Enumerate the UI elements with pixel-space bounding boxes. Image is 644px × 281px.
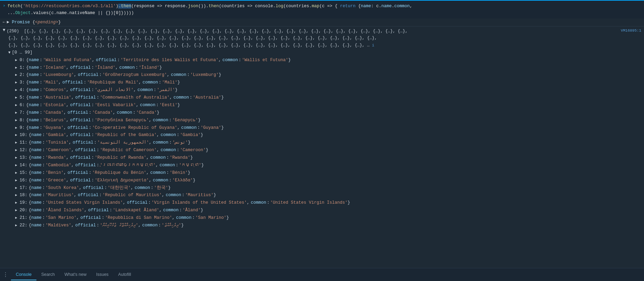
row-expand-arrow[interactable]: ►: [15, 200, 19, 206]
row-index: 11:: [20, 139, 27, 147]
command-text: fetch('https://restcountries.com/v3.1/al…: [8, 3, 412, 16]
row-index: 13:: [20, 154, 27, 162]
row-index: 1:: [20, 64, 25, 72]
row-expand-arrow[interactable]: ►: [15, 178, 19, 184]
row-index: 6:: [20, 102, 25, 109]
data-rows: ► 0: { name: 'Wallis and Futuna', offici…: [3, 57, 641, 229]
range-header: [0 … 99]: [3, 49, 641, 57]
table-row: ► 4: { name: 'Comoros', official: 'الاتح…: [14, 87, 641, 94]
row-expand-arrow[interactable]: ►: [15, 117, 19, 124]
output-area[interactable]: VM16895:1 (250) [{…}, {…}, {…}, {…}, {…}…: [0, 26, 644, 268]
row-index: 20:: [20, 207, 27, 214]
promise-expand[interactable]: ←: [3, 20, 5, 25]
info-icon[interactable]: i: [372, 43, 375, 47]
row-index: 16:: [20, 177, 27, 184]
row-expand-arrow[interactable]: ►: [15, 155, 19, 161]
row-index: 10:: [20, 132, 27, 139]
table-row: ► 7: { name: 'Canada', official: 'Canada…: [14, 109, 641, 117]
array-objects-2: {…}, {…}, {…}, {…}, {…}, {…}, {…}, {…}, …: [3, 35, 641, 42]
row-expand-arrow[interactable]: ►: [15, 110, 19, 116]
row-index: 5:: [20, 94, 25, 102]
tab-console[interactable]: Console: [11, 269, 36, 280]
promise-brace-close: }: [58, 20, 61, 25]
array-objects-1: [{…}, {…}, {…}, {…}, {…}, {…}, {…}, {…},…: [24, 29, 408, 34]
table-row: ► 12: { name: 'Cameroon', official: 'Rep…: [14, 147, 641, 154]
row-expand-arrow[interactable]: ►: [15, 125, 19, 131]
table-row: ► 11: { name: 'Tunisia', official: 'الجم…: [14, 139, 641, 147]
three-dots-icon[interactable]: ⋮: [3, 271, 8, 278]
table-row: ► 2: { name: 'Luxembourg', official: 'Gr…: [14, 71, 641, 79]
output-block: VM16895:1 (250) [{…}, {…}, {…}, {…}, {…}…: [0, 27, 644, 230]
row-expand-arrow[interactable]: ►: [15, 102, 19, 109]
table-row: ► 0: { name: 'Wallis and Futuna', offici…: [14, 57, 641, 64]
row-expand-arrow[interactable]: ►: [15, 132, 19, 138]
row-expand-arrow[interactable]: ►: [15, 215, 19, 221]
row-index: 2:: [20, 71, 25, 79]
bottom-tabs: ⋮ Console Search What's new Issues Autof…: [0, 268, 644, 281]
promise-brace-open: {: [33, 20, 35, 25]
table-row: ► 6: { name: 'Estonia', official: 'Eesti…: [14, 102, 641, 109]
row-expand-arrow[interactable]: ►: [15, 140, 19, 146]
command-prompt: ›: [3, 3, 5, 8]
cmd-url: 'https://restcountries.com/v3.1/all': [23, 4, 116, 9]
table-row: ► 18: { name: 'Mauritius', official: 'Re…: [14, 192, 641, 199]
row-index: 15:: [20, 169, 27, 177]
promise-line: ← ► Promise { <pending> }: [0, 19, 644, 26]
row-expand-arrow[interactable]: ►: [15, 65, 19, 71]
row-expand-arrow[interactable]: ►: [15, 192, 19, 199]
table-row: ► 13: { name: 'Rwanda', official: 'Repub…: [14, 154, 641, 162]
row-expand-arrow[interactable]: ►: [15, 170, 19, 176]
row-expand-arrow[interactable]: ►: [15, 95, 19, 101]
row-index: 4:: [20, 87, 25, 94]
row-expand-arrow[interactable]: ►: [15, 185, 19, 191]
table-row: ► 9: { name: 'Guyana', official: 'Co-ope…: [14, 124, 641, 132]
table-row: ► 10: { name: 'Gambia', official: 'Repub…: [14, 132, 641, 139]
row-index: 17:: [20, 184, 27, 192]
table-row: ► 8: { name: 'Belarus', official: 'Рэспу…: [14, 117, 641, 124]
row-index: 7:: [20, 109, 25, 117]
table-row: ► 22: { name: 'Maldives', official: 'ދިވ…: [14, 222, 641, 229]
table-row: ► 14: { name: 'Cambodia', official: 'ព្រ…: [14, 162, 641, 169]
array-expand-arrow[interactable]: [3, 28, 5, 33]
row-index: 0:: [20, 57, 25, 64]
table-row: ► 19: { name: 'United States Virgin Isla…: [14, 199, 641, 207]
row-index: 8:: [20, 117, 25, 124]
vm-link[interactable]: VM16895:1: [621, 29, 641, 33]
table-row: ► 16: { name: 'Greece', official: 'Ελλην…: [14, 177, 641, 184]
row-expand-arrow[interactable]: ►: [15, 72, 19, 78]
table-row: ► 17: { name: 'South Korea', official: '…: [14, 184, 641, 192]
tab-autofill[interactable]: Autofill: [113, 269, 136, 280]
table-row: ► 20: { name: 'Åland Islands', official:…: [14, 207, 641, 214]
row-expand-arrow[interactable]: ►: [15, 207, 19, 214]
promise-label: Promise: [9, 20, 33, 25]
promise-pending: <pending>: [35, 20, 58, 25]
table-row: ► 1: { name: 'Iceland', official: 'Íslan…: [14, 64, 641, 72]
tab-issues[interactable]: Issues: [91, 269, 113, 280]
row-index: 21:: [20, 214, 27, 222]
array-objects-3: {…}, {…}, {…}, {…}, {…}, {…}, {…}, {…}, …: [3, 42, 641, 49]
expand-toggle[interactable]: ►: [7, 20, 10, 25]
tab-whats-new[interactable]: What's new: [59, 269, 91, 280]
row-expand-arrow[interactable]: ►: [15, 147, 19, 154]
array-summary-text: (250) [{…}, {…}, {…}, {…}, {…}, {…}, {…}…: [7, 28, 408, 35]
cmd-then1: .then: [118, 4, 131, 9]
cmd-fetch: fetch: [8, 4, 21, 9]
table-row: ► 15: { name: 'Benin', official: 'Républ…: [14, 169, 641, 177]
row-expand-arrow[interactable]: ►: [15, 162, 19, 169]
row-index: 12:: [20, 147, 27, 154]
row-index: 3:: [20, 79, 25, 87]
range-expand-arrow[interactable]: [8, 49, 11, 56]
table-row: ► 21: { name: 'San Marino', official: 'R…: [14, 214, 641, 222]
row-index: 9:: [20, 124, 25, 132]
array-summary-row: (250) [{…}, {…}, {…}, {…}, {…}, {…}, {…}…: [3, 28, 641, 35]
table-row: ► 5: { name: 'Australia', official: 'Com…: [14, 94, 641, 102]
table-row: ► 3: { name: 'Mali', official: 'Républiq…: [14, 79, 641, 87]
row-expand-arrow[interactable]: ►: [15, 57, 19, 64]
tab-search[interactable]: Search: [36, 269, 60, 280]
row-index: 22:: [20, 222, 27, 229]
row-expand-arrow[interactable]: ►: [15, 87, 19, 93]
row-expand-arrow[interactable]: ►: [15, 80, 19, 86]
row-index: 14:: [20, 162, 27, 169]
command-line: › fetch('https://restcountries.com/v3.1/…: [0, 0, 644, 19]
row-expand-arrow[interactable]: ►: [15, 223, 19, 229]
